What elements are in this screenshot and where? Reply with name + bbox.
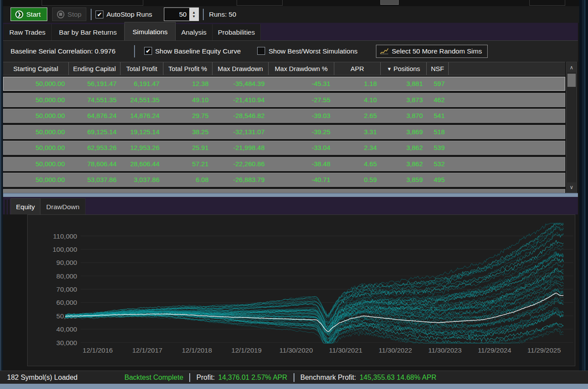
show-best-worst-checkbox[interactable] bbox=[257, 47, 265, 55]
table-row[interactable]: 50,000.0069,125.1419,125.1438.25-32,131.… bbox=[3, 125, 565, 139]
tab-label: Analysis bbox=[181, 29, 207, 36]
column-header-max-drawdown-[interactable]: Max Drawdown % bbox=[269, 62, 334, 75]
tab-bar-by-bar-returns[interactable]: Bar by Bar Returns bbox=[52, 24, 124, 40]
table-cell: 1.18 bbox=[335, 77, 381, 90]
column-header-total-profit[interactable]: Total Profit bbox=[120, 62, 163, 75]
table-cell: -27.55 bbox=[269, 93, 335, 107]
runs-count-label: Runs: 50 bbox=[209, 10, 236, 19]
table-row[interactable]: 50,000.0053,037.863,037.866.08-26,883.79… bbox=[3, 173, 565, 187]
window-top-remnants bbox=[3, 0, 579, 6]
table-cell: -26,883.79 bbox=[213, 173, 269, 186]
table-cell: 3,037.86 bbox=[121, 173, 164, 186]
table-cell: 57.21 bbox=[164, 157, 213, 171]
baseline-correlation-label: Baseline Serial Correlation: 0.9976 bbox=[11, 46, 116, 56]
monte-carlo-equity-chart: 110,000100,00090,00080,00070,00060,00050… bbox=[28, 215, 575, 366]
table-cell: 64,876.24 bbox=[69, 109, 121, 122]
tab-equity[interactable]: Equity bbox=[11, 198, 40, 214]
run-toolbar: ❯ Start Stop ✔ AutoStop Runs 50 ▲ ▼ Runs… bbox=[3, 6, 579, 23]
table-cell: -45.31 bbox=[269, 77, 335, 90]
tab-label: Equity bbox=[16, 203, 35, 211]
table-cell: 30,600.75 bbox=[121, 189, 164, 193]
table-cell: 29.75 bbox=[164, 109, 213, 122]
svg-text:80,000: 80,000 bbox=[57, 272, 78, 280]
table-cell: 50,000.00 bbox=[4, 189, 69, 193]
table-row[interactable]: 50,000.0074,551.3524,551.3549.10-21,410.… bbox=[3, 93, 565, 107]
table-cell: -33.60 bbox=[269, 189, 335, 193]
column-header-filler bbox=[449, 62, 565, 75]
table-cell: 25.91 bbox=[164, 141, 213, 154]
column-header-ending-capital[interactable]: Ending Capital bbox=[69, 62, 120, 75]
table-cell: -33.04 bbox=[269, 141, 335, 154]
tab-analysis[interactable]: Analysis bbox=[176, 24, 213, 40]
stop-button[interactable]: Stop bbox=[52, 7, 86, 21]
spin-up-icon[interactable]: ▲ bbox=[192, 11, 196, 14]
svg-text:90,000: 90,000 bbox=[57, 259, 78, 266]
tab-label: DrawDown bbox=[46, 203, 80, 211]
table-cell: -28,546.82 bbox=[213, 109, 269, 122]
table-row[interactable]: 50,000.0062,953.2612,953.2625.91-21,998.… bbox=[3, 141, 565, 155]
spin-down-icon[interactable]: ▼ bbox=[192, 14, 196, 18]
scrollbar-thumb[interactable] bbox=[567, 74, 576, 87]
start-button[interactable]: ❯ Start bbox=[11, 7, 47, 21]
stop-button-label: Stop bbox=[67, 11, 81, 18]
simulations-table-body: 50,000.0056,191.476,191.4712.38-35,484.3… bbox=[3, 75, 565, 193]
column-header-apr[interactable]: APR bbox=[334, 62, 381, 75]
table-horizontal-scrollbar[interactable] bbox=[3, 193, 578, 197]
scroll-down-icon[interactable]: ∨ bbox=[567, 182, 576, 192]
autostop-runs-value[interactable]: 50 bbox=[164, 8, 189, 21]
tab-simulations[interactable]: Simulations bbox=[124, 22, 176, 40]
table-cell: -24,247.09 bbox=[213, 189, 269, 193]
svg-text:11/29/2025: 11/29/2025 bbox=[528, 346, 561, 354]
table-cell: 532 bbox=[427, 157, 449, 171]
table-cell-filler bbox=[449, 77, 565, 90]
table-vertical-scrollbar[interactable]: ∧ ∨ bbox=[566, 62, 577, 193]
table-cell: 50,000.00 bbox=[4, 77, 69, 90]
table-cell: 53,037.86 bbox=[69, 173, 121, 186]
profit-label: Profit: bbox=[196, 374, 215, 382]
scroll-up-icon[interactable]: ∧ bbox=[567, 63, 576, 72]
spinner-buttons[interactable]: ▲ ▼ bbox=[189, 8, 198, 21]
table-cell: 597 bbox=[427, 77, 449, 90]
svg-text:12/1/2017: 12/1/2017 bbox=[132, 346, 163, 354]
svg-text:60,000: 60,000 bbox=[57, 299, 78, 306]
stop-icon bbox=[57, 11, 64, 18]
svg-text:11/30/2020: 11/30/2020 bbox=[280, 346, 313, 354]
column-header-positions[interactable]: ▼Positions bbox=[381, 62, 427, 75]
table-row[interactable]: 50,000.0080,600.7530,600.7561.20-24,247.… bbox=[3, 189, 565, 193]
clipped-control-outline bbox=[529, 0, 565, 6]
tab-raw-trades[interactable]: Raw Trades bbox=[4, 24, 52, 40]
clipped-control-outline bbox=[42, 0, 143, 6]
tab-drawdown[interactable]: DrawDown bbox=[40, 198, 85, 214]
select-more-sims-button[interactable]: Select 50 More Random Sims bbox=[376, 45, 488, 58]
table-row[interactable]: 50,000.0056,191.476,191.4712.38-35,484.3… bbox=[3, 77, 565, 91]
column-header-nsf[interactable]: NSF bbox=[427, 62, 449, 75]
autostop-runs-spinner[interactable]: 50 ▲ ▼ bbox=[164, 7, 199, 21]
sort-descending-icon: ▼ bbox=[387, 66, 392, 71]
table-cell-filler bbox=[449, 157, 565, 171]
backtest-status: Backtest Complete bbox=[124, 374, 183, 382]
table-cell: 4.10 bbox=[335, 93, 381, 107]
table-cell: 69,125.14 bbox=[69, 125, 121, 139]
column-header-max-drawdown[interactable]: Max Drawdown bbox=[213, 62, 269, 75]
table-row[interactable]: 50,000.0064,876.2414,876.2429.75-28,546.… bbox=[3, 109, 565, 123]
table-cell: -32,131.07 bbox=[213, 125, 269, 139]
table-cell: 19,125.14 bbox=[121, 125, 164, 139]
table-row[interactable]: 50,000.0078,606.4428,606.4457.21-22,260.… bbox=[3, 157, 565, 171]
tab-label: Simulations bbox=[132, 28, 167, 36]
column-header-total-profit-[interactable]: Total Profit % bbox=[163, 62, 213, 75]
autostop-checkbox[interactable]: ✔ bbox=[96, 11, 103, 18]
select-more-sims-label: Select 50 More Random Sims bbox=[392, 47, 482, 55]
tab-edge-decoration bbox=[8, 200, 10, 214]
svg-text:12/1/2016: 12/1/2016 bbox=[83, 346, 113, 354]
start-button-label: Start bbox=[26, 11, 41, 18]
column-header-starting-capital[interactable]: Starting Capital bbox=[3, 62, 69, 75]
table-cell: 12,953.26 bbox=[121, 141, 164, 154]
table-cell: 518 bbox=[427, 125, 449, 139]
backtest-simulations-window: ❯ Start Stop ✔ AutoStop Runs 50 ▲ ▼ Runs… bbox=[0, 0, 588, 389]
tab-probabilities[interactable]: Probabilities bbox=[213, 24, 261, 40]
show-baseline-checkbox[interactable]: ✔ bbox=[144, 47, 152, 55]
table-cell: 517 bbox=[427, 189, 449, 193]
main-tab-bar: Raw Trades Bar by Bar Returns Simulation… bbox=[3, 23, 578, 40]
svg-text:11/30/2021: 11/30/2021 bbox=[329, 346, 362, 354]
table-cell: -21,998.48 bbox=[213, 141, 269, 154]
